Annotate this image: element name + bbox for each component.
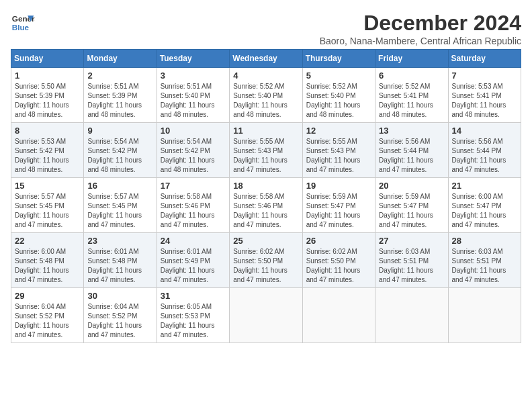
day-header-tuesday: Tuesday (157, 50, 229, 68)
day-number: 22 (15, 236, 80, 246)
week-row-4: 22Sunrise: 6:00 AM Sunset: 5:48 PM Dayli… (11, 233, 521, 288)
day-info: Sunrise: 6:05 AM Sunset: 5:53 PM Dayligh… (161, 302, 226, 340)
day-info: Sunrise: 5:54 AM Sunset: 5:42 PM Dayligh… (87, 137, 152, 175)
day-info: Sunrise: 5:55 AM Sunset: 5:43 PM Dayligh… (233, 137, 298, 175)
calendar-cell (448, 288, 521, 343)
calendar-cell (230, 288, 302, 343)
calendar-cell: 27Sunrise: 6:03 AM Sunset: 5:51 PM Dayli… (375, 233, 448, 288)
day-info: Sunrise: 5:58 AM Sunset: 5:46 PM Dayligh… (161, 192, 226, 230)
day-number: 18 (233, 181, 298, 191)
calendar-cell: 6Sunrise: 5:52 AM Sunset: 5:41 PM Daylig… (375, 68, 448, 123)
calendar-cell: 3Sunrise: 5:51 AM Sunset: 5:40 PM Daylig… (157, 68, 229, 123)
day-info: Sunrise: 6:04 AM Sunset: 5:52 PM Dayligh… (87, 302, 152, 340)
day-number: 28 (452, 236, 517, 246)
day-header-friday: Friday (375, 50, 448, 68)
day-number: 23 (87, 236, 152, 246)
day-number: 7 (452, 71, 517, 81)
calendar-cell: 14Sunrise: 5:56 AM Sunset: 5:44 PM Dayli… (448, 123, 521, 178)
day-number: 21 (452, 181, 517, 191)
day-number: 6 (379, 71, 444, 81)
day-info: Sunrise: 5:57 AM Sunset: 5:45 PM Dayligh… (15, 192, 80, 230)
calendar-cell: 29Sunrise: 6:04 AM Sunset: 5:52 PM Dayli… (11, 288, 84, 343)
week-row-3: 15Sunrise: 5:57 AM Sunset: 5:45 PM Dayli… (11, 178, 521, 233)
day-info: Sunrise: 5:58 AM Sunset: 5:46 PM Dayligh… (233, 192, 298, 230)
day-number: 15 (15, 181, 80, 191)
day-info: Sunrise: 5:52 AM Sunset: 5:40 PM Dayligh… (306, 82, 371, 120)
day-headers: SundayMondayTuesdayWednesdayThursdayFrid… (11, 50, 521, 68)
calendar-cell: 20Sunrise: 5:59 AM Sunset: 5:47 PM Dayli… (375, 178, 448, 233)
day-info: Sunrise: 6:01 AM Sunset: 5:48 PM Dayligh… (87, 247, 152, 285)
calendar-cell: 23Sunrise: 6:01 AM Sunset: 5:48 PM Dayli… (84, 233, 157, 288)
calendar-cell: 8Sunrise: 5:53 AM Sunset: 5:42 PM Daylig… (11, 123, 84, 178)
calendar-cell: 2Sunrise: 5:51 AM Sunset: 5:39 PM Daylig… (84, 68, 157, 123)
header: General Blue December 2024 Baoro, Nana-M… (11, 11, 521, 46)
day-number: 24 (161, 236, 226, 246)
calendar-cell: 22Sunrise: 6:00 AM Sunset: 5:48 PM Dayli… (11, 233, 84, 288)
calendar-cell: 18Sunrise: 5:58 AM Sunset: 5:46 PM Dayli… (230, 178, 302, 233)
day-number: 3 (161, 71, 226, 81)
day-info: Sunrise: 5:53 AM Sunset: 5:41 PM Dayligh… (452, 82, 517, 120)
day-number: 8 (15, 126, 80, 136)
calendar: SundayMondayTuesdayWednesdayThursdayFrid… (11, 49, 521, 343)
day-info: Sunrise: 5:51 AM Sunset: 5:39 PM Dayligh… (87, 82, 152, 120)
calendar-cell: 31Sunrise: 6:05 AM Sunset: 5:53 PM Dayli… (157, 288, 229, 343)
day-number: 9 (87, 126, 152, 136)
day-info: Sunrise: 5:52 AM Sunset: 5:41 PM Dayligh… (379, 82, 444, 120)
svg-text:Blue: Blue (12, 23, 30, 32)
day-number: 12 (306, 126, 371, 136)
calendar-cell: 21Sunrise: 6:00 AM Sunset: 5:47 PM Dayli… (448, 178, 521, 233)
logo: General Blue (11, 11, 35, 35)
day-info: Sunrise: 5:54 AM Sunset: 5:42 PM Dayligh… (161, 137, 226, 175)
calendar-cell: 17Sunrise: 5:58 AM Sunset: 5:46 PM Dayli… (157, 178, 229, 233)
day-info: Sunrise: 6:00 AM Sunset: 5:48 PM Dayligh… (15, 247, 80, 285)
calendar-cell: 26Sunrise: 6:02 AM Sunset: 5:50 PM Dayli… (302, 233, 375, 288)
day-info: Sunrise: 6:02 AM Sunset: 5:50 PM Dayligh… (233, 247, 298, 285)
calendar-cell: 30Sunrise: 6:04 AM Sunset: 5:52 PM Dayli… (84, 288, 157, 343)
day-number: 26 (306, 236, 371, 246)
day-info: Sunrise: 5:59 AM Sunset: 5:47 PM Dayligh… (306, 192, 371, 230)
calendar-cell: 12Sunrise: 5:55 AM Sunset: 5:43 PM Dayli… (302, 123, 375, 178)
day-number: 2 (87, 71, 152, 81)
day-number: 25 (233, 236, 298, 246)
calendar-cell: 28Sunrise: 6:03 AM Sunset: 5:51 PM Dayli… (448, 233, 521, 288)
calendar-cell: 13Sunrise: 5:56 AM Sunset: 5:44 PM Dayli… (375, 123, 448, 178)
calendar-cell: 7Sunrise: 5:53 AM Sunset: 5:41 PM Daylig… (448, 68, 521, 123)
day-info: Sunrise: 5:52 AM Sunset: 5:40 PM Dayligh… (233, 82, 298, 120)
calendar-cell: 15Sunrise: 5:57 AM Sunset: 5:45 PM Dayli… (11, 178, 84, 233)
logo-icon: General Blue (11, 11, 35, 35)
calendar-cell (302, 288, 375, 343)
day-number: 14 (452, 126, 517, 136)
day-info: Sunrise: 5:59 AM Sunset: 5:47 PM Dayligh… (379, 192, 444, 230)
day-info: Sunrise: 6:04 AM Sunset: 5:52 PM Dayligh… (15, 302, 80, 340)
week-row-2: 8Sunrise: 5:53 AM Sunset: 5:42 PM Daylig… (11, 123, 521, 178)
subtitle: Baoro, Nana-Mambere, Central African Rep… (320, 36, 521, 46)
day-info: Sunrise: 6:03 AM Sunset: 5:51 PM Dayligh… (379, 247, 444, 285)
day-number: 20 (379, 181, 444, 191)
calendar-cell: 9Sunrise: 5:54 AM Sunset: 5:42 PM Daylig… (84, 123, 157, 178)
day-info: Sunrise: 5:56 AM Sunset: 5:44 PM Dayligh… (452, 137, 517, 175)
day-number: 30 (87, 291, 152, 301)
calendar-cell: 24Sunrise: 6:01 AM Sunset: 5:49 PM Dayli… (157, 233, 229, 288)
day-number: 16 (87, 181, 152, 191)
title-area: December 2024 Baoro, Nana-Mambere, Centr… (320, 11, 521, 46)
day-header-wednesday: Wednesday (230, 50, 302, 68)
day-number: 5 (306, 71, 371, 81)
day-info: Sunrise: 6:00 AM Sunset: 5:47 PM Dayligh… (452, 192, 517, 230)
calendar-cell: 16Sunrise: 5:57 AM Sunset: 5:45 PM Dayli… (84, 178, 157, 233)
calendar-cell: 1Sunrise: 5:50 AM Sunset: 5:39 PM Daylig… (11, 68, 84, 123)
calendar-cell: 19Sunrise: 5:59 AM Sunset: 5:47 PM Dayli… (302, 178, 375, 233)
calendar-cell: 4Sunrise: 5:52 AM Sunset: 5:40 PM Daylig… (230, 68, 302, 123)
day-number: 10 (161, 126, 226, 136)
day-number: 11 (233, 126, 298, 136)
day-number: 17 (161, 181, 226, 191)
month-title: December 2024 (320, 11, 521, 36)
calendar-cell: 25Sunrise: 6:02 AM Sunset: 5:50 PM Dayli… (230, 233, 302, 288)
day-header-thursday: Thursday (302, 50, 375, 68)
day-number: 31 (161, 291, 226, 301)
day-info: Sunrise: 5:50 AM Sunset: 5:39 PM Dayligh… (15, 82, 80, 120)
calendar-cell (375, 288, 448, 343)
week-row-1: 1Sunrise: 5:50 AM Sunset: 5:39 PM Daylig… (11, 68, 521, 123)
calendar-cell: 10Sunrise: 5:54 AM Sunset: 5:42 PM Dayli… (157, 123, 229, 178)
calendar-cell: 11Sunrise: 5:55 AM Sunset: 5:43 PM Dayli… (230, 123, 302, 178)
day-number: 19 (306, 181, 371, 191)
